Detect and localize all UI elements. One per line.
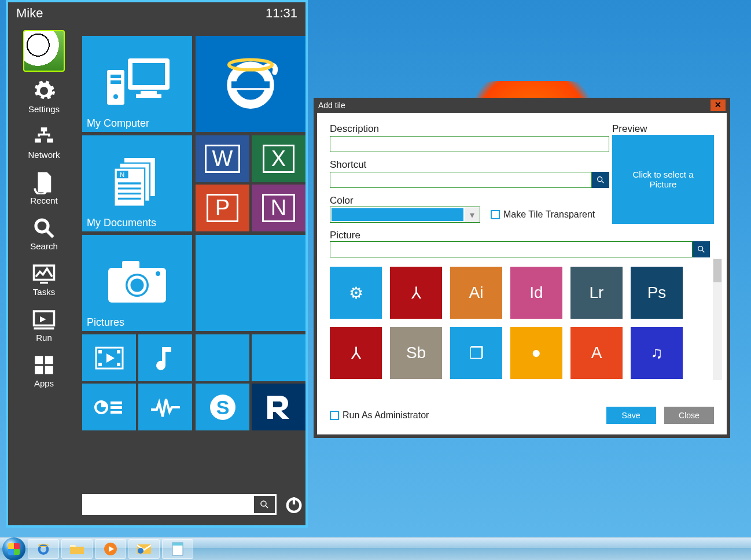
taskbar-item-notepad[interactable] [162, 539, 193, 559]
user-avatar[interactable] [23, 30, 65, 72]
acrobat-alt-icon[interactable]: ⅄ [330, 327, 382, 379]
color-swatch [332, 208, 463, 221]
sidebar-item-run[interactable]: Run [18, 304, 70, 346]
preview-text: Click to select a Picture [620, 170, 706, 189]
chevron-down-icon: ▾ [465, 207, 480, 222]
aim-icon[interactable]: ● [510, 327, 562, 379]
sidebar-item-label: Search [30, 241, 58, 251]
taskbar [0, 537, 751, 560]
svg-rect-24 [98, 350, 102, 353]
tile-powerpoint[interactable]: P [196, 185, 249, 231]
tile-word[interactable]: W [196, 135, 249, 182]
icon-picker-grid: ⚙⅄AiIdLrPs⅄Sb❐●A♫ [330, 267, 700, 379]
taskbar-item-explorer[interactable] [61, 539, 93, 559]
network-icon [32, 124, 56, 149]
ie-icon [219, 52, 282, 116]
tile-videos[interactable] [82, 334, 136, 381]
picture-browse-button[interactable] [693, 241, 710, 257]
folder-icon [69, 543, 84, 555]
tile-blank-1[interactable] [196, 334, 249, 381]
tile-label: Pictures [87, 316, 124, 329]
start-orb[interactable] [2, 537, 25, 561]
sidebar-item-label: Recent [30, 196, 58, 205]
sidebar-item-apps[interactable]: Apps [18, 349, 70, 392]
taskbar-item-outlook[interactable] [128, 539, 160, 559]
sidebar-item-network[interactable]: Network [18, 121, 70, 163]
dialog-title: Add tile [318, 101, 345, 110]
tile-label: My Documents [87, 217, 156, 229]
start-search-button[interactable] [254, 496, 275, 513]
user-name: Mike [16, 6, 43, 21]
tile-music[interactable] [138, 334, 192, 381]
svg-point-34 [261, 501, 266, 506]
sidebar-item-label: Run [36, 333, 52, 342]
scrollbar-thumb[interactable] [713, 259, 721, 282]
film-icon [95, 347, 124, 370]
run-as-admin-checkbox[interactable]: Run As Administrator [330, 410, 429, 421]
sidebar-item-label: Settings [28, 104, 60, 114]
preview-tile[interactable]: Click to select a Picture [612, 135, 714, 224]
picture-input[interactable] [330, 241, 693, 257]
power-button[interactable] [282, 493, 305, 516]
photoshop-icon[interactable]: Ps [631, 267, 683, 319]
pie-list-icon [94, 396, 124, 419]
icon-grid-scrollbar[interactable] [713, 259, 722, 380]
start-menu-panel: Mike 11:31 Settings Network Recent Searc… [6, 0, 308, 528]
tile-onenote[interactable]: N [252, 185, 305, 231]
sidebar-item-label: Apps [34, 378, 54, 388]
start-search-input[interactable] [82, 496, 254, 513]
save-button[interactable]: Save [606, 407, 656, 424]
sidebar-item-label: Tasks [33, 287, 55, 297]
onenote-icon: N [262, 194, 295, 222]
preview-label: Preview [612, 123, 714, 135]
tile-stats[interactable] [82, 384, 136, 430]
illustrator-icon[interactable]: Ai [450, 267, 502, 319]
acrobat-icon[interactable]: ⅄ [390, 267, 442, 319]
sidebar-item-settings[interactable]: Settings [18, 75, 70, 117]
tile-pictures[interactable]: Pictures [82, 235, 192, 331]
outlook-icon [137, 543, 152, 555]
indesign-icon[interactable]: Id [510, 267, 562, 319]
start-search-box[interactable] [82, 494, 277, 515]
soundbooth-icon[interactable]: Sb [390, 327, 442, 379]
search-icon [697, 245, 706, 254]
taskbar-item-ie[interactable] [28, 539, 59, 559]
settings-tile-icon[interactable]: ⚙ [330, 267, 382, 319]
svg-rect-8 [111, 75, 121, 78]
tile-skype[interactable]: S [196, 384, 249, 430]
color-dropdown[interactable]: ▾ [330, 207, 480, 223]
svg-rect-5 [141, 91, 157, 94]
transparent-checkbox[interactable]: Make Tile Transparent [491, 209, 595, 220]
sidebar-item-recent[interactable]: Recent [18, 167, 70, 209]
tile-excel[interactable]: X [252, 135, 305, 182]
description-input[interactable] [330, 136, 609, 152]
shortcut-browse-button[interactable] [592, 172, 609, 188]
audacity-icon[interactable]: ♫ [631, 327, 683, 379]
lightroom-icon[interactable]: Lr [570, 267, 623, 319]
tile-blank-large[interactable] [196, 235, 305, 331]
tasks-icon [32, 261, 56, 286]
tile-my-documents[interactable]: N My Documents [82, 135, 192, 231]
aimp-icon[interactable]: A [570, 327, 623, 379]
svg-point-37 [698, 246, 703, 251]
tile-internet-explorer[interactable] [196, 36, 305, 132]
tile-activity[interactable] [138, 384, 192, 430]
tile-my-computer[interactable]: My Computer [82, 36, 192, 132]
apps-icon [32, 353, 56, 377]
dialog-close-button[interactable]: ✕ [710, 100, 726, 111]
search-icon [259, 499, 270, 510]
aero-icon[interactable]: ❐ [450, 327, 502, 379]
computer-icon [102, 55, 172, 113]
svg-rect-4 [132, 63, 165, 85]
svg-rect-29 [111, 401, 122, 404]
tile-blank-2[interactable] [252, 334, 305, 381]
sidebar-item-search[interactable]: Search [18, 212, 70, 255]
sidebar-item-tasks[interactable]: Tasks [18, 258, 70, 300]
tile-revo[interactable] [252, 384, 305, 430]
clock: 11:31 [266, 6, 297, 21]
svg-point-0 [36, 220, 48, 232]
shortcut-input[interactable] [330, 172, 592, 188]
close-button[interactable]: Close [664, 407, 714, 424]
taskbar-item-media-player[interactable] [95, 539, 126, 559]
gear-icon [32, 79, 56, 103]
